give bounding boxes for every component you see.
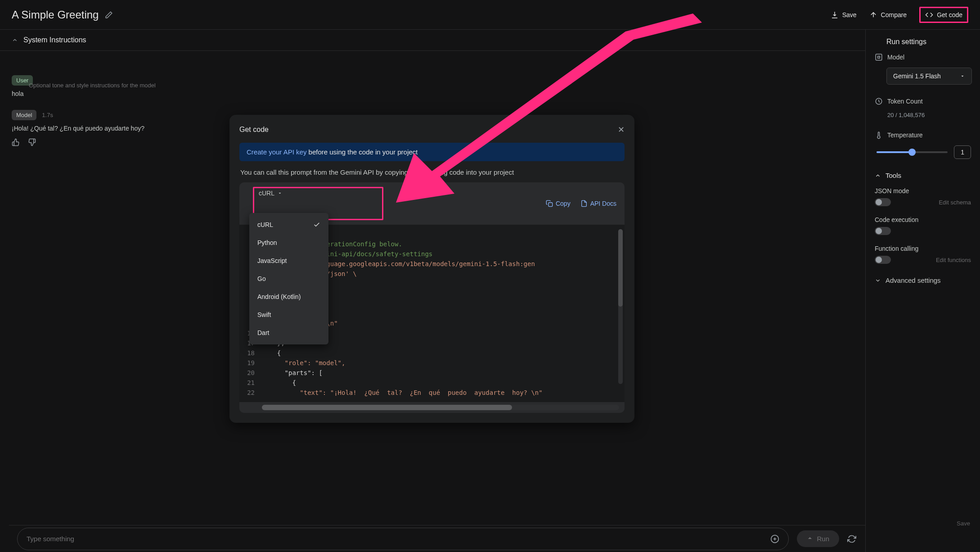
- code-execution-label: Code execution: [875, 216, 971, 223]
- thumbs-down-icon[interactable]: [28, 138, 36, 146]
- language-option[interactable]: Android (Kotlin): [249, 288, 328, 306]
- token-icon: [875, 97, 883, 105]
- modal-description: You can call this prompt from the Gemini…: [240, 168, 624, 176]
- run-settings-panel: Run settings Model Gemini 1.5 Flash Toke…: [865, 30, 980, 552]
- check-icon: [313, 221, 320, 228]
- create-api-key-link[interactable]: Create your API key: [247, 148, 306, 156]
- advanced-settings-label: Advanced settings: [886, 276, 941, 284]
- svg-rect-3: [548, 203, 553, 207]
- add-icon[interactable]: [770, 534, 779, 543]
- run-label: Run: [817, 535, 829, 543]
- get-code-button[interactable]: Get code: [919, 7, 968, 23]
- save-hint: Save: [957, 520, 970, 527]
- model-badge: Model: [12, 110, 36, 120]
- copy-button[interactable]: Copy: [546, 200, 571, 207]
- api-docs-button[interactable]: API Docs: [580, 200, 616, 207]
- user-message: hola: [12, 90, 854, 97]
- compare-button[interactable]: Compare: [869, 11, 907, 19]
- edit-title-icon[interactable]: [105, 11, 113, 19]
- temperature-value[interactable]: 1: [954, 145, 971, 159]
- model-value: Gemini 1.5 Flash: [893, 72, 941, 80]
- system-instructions-title: System Instructions: [23, 36, 86, 44]
- language-option[interactable]: Dart: [249, 324, 328, 342]
- api-banner-text: before using the code in your project: [306, 148, 418, 156]
- get-code-label: Get code: [937, 11, 962, 18]
- edit-schema-link[interactable]: Edit schema: [939, 199, 971, 206]
- json-mode-toggle[interactable]: [875, 198, 891, 206]
- language-option[interactable]: Python: [249, 234, 328, 252]
- function-calling-toggle[interactable]: [875, 256, 891, 264]
- save-label: Save: [842, 11, 857, 18]
- scrollbar-horizontal[interactable]: [262, 405, 619, 410]
- input-bar: Type something Run: [9, 525, 865, 552]
- close-icon[interactable]: ✕: [618, 125, 625, 135]
- modal-title: Get code: [239, 126, 269, 134]
- model-label: Model: [887, 54, 904, 61]
- api-docs-label: API Docs: [590, 200, 616, 207]
- token-count-label: Token Count: [887, 98, 923, 105]
- prompt-placeholder: Type something: [27, 535, 74, 543]
- code-line: 21 {: [239, 378, 625, 388]
- language-option[interactable]: cURL: [249, 216, 328, 234]
- temperature-label: Temperature: [887, 131, 923, 139]
- svg-rect-1: [876, 54, 882, 60]
- language-option[interactable]: Go: [249, 270, 328, 288]
- edit-functions-link[interactable]: Edit functions: [936, 257, 971, 263]
- copy-label: Copy: [556, 200, 571, 207]
- temperature-slider[interactable]: [877, 151, 948, 153]
- model-timing: 1.7s: [42, 112, 53, 118]
- language-option[interactable]: JavaScript: [249, 252, 328, 270]
- tools-label: Tools: [886, 172, 901, 179]
- top-header: A Simple Greeting Save Compare Get code: [0, 0, 980, 30]
- page-title: A Simple Greeting: [12, 9, 99, 21]
- language-dropdown: cURLPythonJavaScriptGoAndroid (Kotlin)Sw…: [249, 213, 328, 344]
- model-icon: [875, 53, 883, 61]
- chevron-up-icon: [12, 37, 18, 43]
- token-count-value: 20 / 1,048,576: [887, 112, 971, 118]
- code-line: 19 "role": "model",: [239, 358, 625, 368]
- prompt-input[interactable]: Type something: [17, 528, 789, 550]
- save-button[interactable]: Save: [831, 11, 857, 19]
- run-settings-title: Run settings: [886, 38, 971, 46]
- advanced-settings-toggle[interactable]: Advanced settings: [875, 276, 971, 284]
- scrollbar-vertical[interactable]: [618, 229, 623, 384]
- chevron-down-icon: [277, 190, 283, 196]
- refresh-icon[interactable]: [847, 534, 856, 543]
- language-selected: cURL: [259, 190, 274, 197]
- thumbs-up-icon[interactable]: [12, 138, 20, 146]
- system-instructions-hint: Optional tone and style instructions for…: [29, 82, 156, 89]
- json-mode-label: JSON mode: [875, 187, 971, 195]
- tools-toggle[interactable]: Tools: [875, 172, 971, 179]
- api-key-banner: Create your API key before using the cod…: [239, 143, 625, 161]
- code-line: 18 {: [239, 348, 625, 358]
- function-calling-label: Function calling: [875, 245, 971, 252]
- system-instructions-row[interactable]: System Instructions: [0, 30, 865, 51]
- run-button[interactable]: Run: [797, 530, 839, 547]
- code-line: 20 "parts": [: [239, 368, 625, 378]
- compare-label: Compare: [881, 11, 907, 18]
- temperature-icon: [875, 131, 883, 139]
- code-execution-toggle[interactable]: [875, 227, 891, 235]
- language-option[interactable]: Swift: [249, 306, 328, 324]
- model-select[interactable]: Gemini 1.5 Flash: [886, 68, 972, 85]
- code-line: 22 "text": "¡Hola! ¿Qué tal? ¿En qué pue…: [239, 388, 625, 398]
